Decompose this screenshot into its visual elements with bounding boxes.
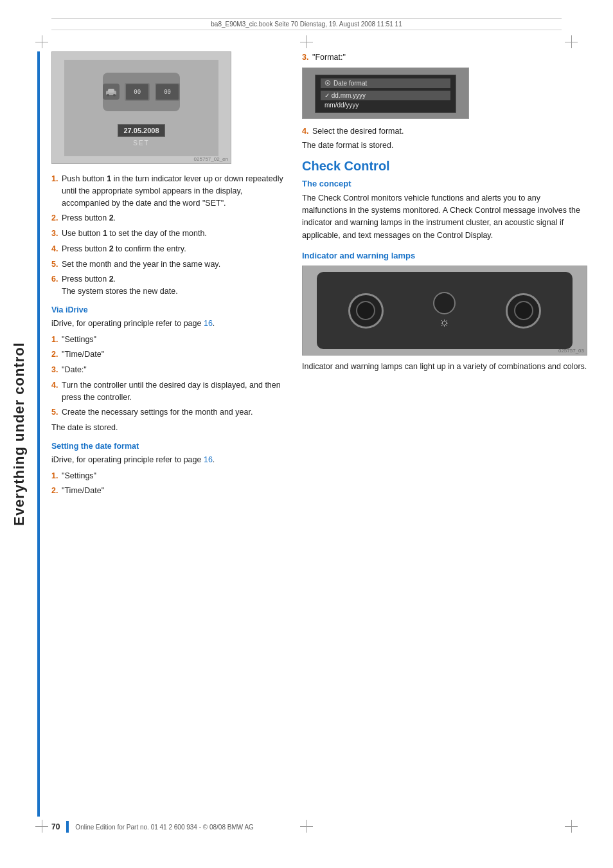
- date-display: 27.05.2008: [118, 124, 164, 137]
- footer-text: Online Edition for Part no. 01 41 2 600 …: [75, 824, 254, 831]
- content-area: 00 00 27.05.2008 SET 025757_02_en: [51, 51, 587, 817]
- concept-text: The Check Control monitors vehicle funct…: [302, 192, 587, 242]
- instrument-controls: 00 00: [103, 73, 180, 111]
- fmt-step-1: 1. "Settings": [51, 470, 289, 482]
- step-6: 6. Press button 2.The system stores the …: [51, 273, 289, 298]
- step-3: 3. Use button 1 to set the day of the mo…: [51, 228, 289, 240]
- side-title-text: Everything under control: [11, 342, 28, 526]
- concept-heading: The concept: [302, 179, 587, 188]
- cluster-image-note: 025757_03: [558, 348, 584, 354]
- crosshair-top-mid: [300, 35, 313, 48]
- via-idrive-section: Via iDrive iDrive, for operating princip…: [51, 305, 289, 434]
- format-stored-note: The date format is stored.: [302, 141, 587, 150]
- check-control-section: Check Control The concept The Check Cont…: [302, 159, 587, 374]
- step-5: 5. Set the month and the year in the sam…: [51, 258, 289, 271]
- svg-rect-1: [108, 89, 114, 93]
- idrive-step-4: 4. Turn the controller until the desired…: [51, 379, 289, 404]
- idrive-step-1: 1. "Settings": [51, 334, 289, 346]
- main-steps: 1. Push button 1 in the turn indicator l…: [51, 173, 289, 298]
- fmt-step-2: 2. "Time/Date": [51, 485, 289, 497]
- right-column: 3. "Format:" ⦿ Date format dd.mm.yyyy: [302, 51, 587, 817]
- center-gauges: ⛭: [433, 292, 456, 329]
- side-title-container: Everything under control: [0, 0, 39, 868]
- gauge-left: [348, 293, 384, 329]
- date-format-screen-inner: ⦿ Date format dd.mm.yyyy mm/dd/yyyy: [315, 75, 456, 113]
- option-ddmmyyyy: dd.mm.yyyy: [321, 91, 450, 100]
- screen-title-bar: ⦿ Date format: [321, 78, 450, 88]
- image-note: 025757_02_en: [194, 156, 228, 162]
- date-format-section: Setting the date format iDrive, for oper…: [51, 442, 289, 497]
- svg-point-2: [107, 94, 109, 96]
- idrive-step-5: 5. Create the necessary settings for the…: [51, 406, 289, 419]
- date-format-screen-image: ⦿ Date format dd.mm.yyyy mm/dd/yyyy: [302, 68, 469, 119]
- svg-point-3: [113, 94, 116, 96]
- indicator-note: Indicator and warning lamps can light up…: [302, 361, 587, 373]
- instrument-image: 00 00 27.05.2008 SET 025757_02_en: [51, 51, 231, 164]
- small-gauge-1: [433, 292, 456, 314]
- crosshair-bottom-right: [565, 820, 578, 833]
- page-number: 70: [51, 822, 66, 831]
- cluster-inner: ⛭: [317, 272, 573, 349]
- crosshair-top-right: [565, 35, 578, 48]
- page: ba8_E90M3_cic.book Seite 70 Dienstag, 19…: [0, 0, 613, 868]
- date-format-heading: Setting the date format: [51, 442, 289, 451]
- display-block-left: 00: [125, 83, 150, 101]
- page-16-link[interactable]: 16: [204, 319, 213, 328]
- via-idrive-intro: iDrive, for operating principle refer to…: [51, 318, 289, 330]
- idrive-step-3: 3. "Date:": [51, 364, 289, 376]
- page-footer: 70 Online Edition for Part no. 01 41 2 6…: [51, 821, 562, 833]
- file-info: ba8_E90M3_cic.book Seite 70 Dienstag, 19…: [51, 18, 562, 30]
- cluster-image: ⛭ 025757_03: [302, 266, 587, 356]
- step-2: 2. Press button 2.: [51, 212, 289, 224]
- car-icon: [103, 84, 120, 100]
- via-idrive-heading: Via iDrive: [51, 305, 289, 314]
- date-stored-note: The date is stored.: [51, 422, 289, 434]
- check-control-title: Check Control: [302, 159, 587, 174]
- display-block-right: 00: [155, 83, 180, 101]
- instrument-panel-inner: 00 00 27.05.2008 SET: [64, 60, 218, 156]
- gauge-right: [506, 293, 541, 329]
- step-1: 1. Push button 1 in the turn indicator l…: [51, 173, 289, 209]
- idrive-step-2: 2. "Time/Date": [51, 348, 289, 361]
- fmt-step-3: 3. "Format:": [302, 51, 587, 64]
- fmt-step-4: 4. Select the desired format.: [302, 125, 587, 138]
- format-step-area: 3. "Format:" ⦿ Date format dd.mm.yyyy: [302, 51, 587, 150]
- tach-icon: ⛭: [440, 318, 450, 329]
- indicator-heading: Indicator and warning lamps: [302, 251, 587, 260]
- set-label: SET: [133, 140, 149, 147]
- date-format-intro: iDrive, for operating principle refer to…: [51, 454, 289, 466]
- page-16-link-2[interactable]: 16: [204, 455, 213, 464]
- step-4: 4. Press button 2 to confirm the entry.: [51, 243, 289, 255]
- left-column: 00 00 27.05.2008 SET 025757_02_en: [51, 51, 289, 817]
- option-mmddyyyy: mm/dd/yyyy: [321, 100, 450, 110]
- footer-accent-bar: [66, 821, 69, 833]
